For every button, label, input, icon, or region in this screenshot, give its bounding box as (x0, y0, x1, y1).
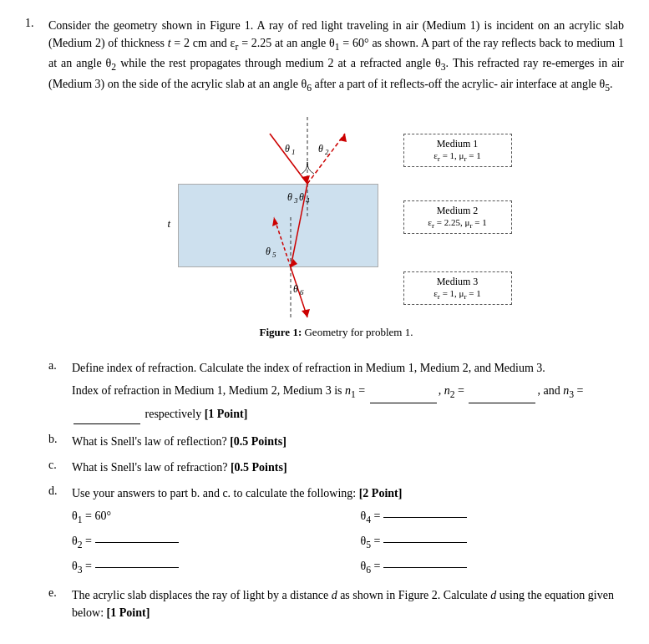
theta4-blank (383, 517, 467, 518)
n2-blank (469, 403, 535, 403)
part-d: d. Use your answers to part b. and c. to… (48, 484, 624, 578)
part-a-letter: a. (48, 359, 63, 373)
theta2-blank (95, 542, 179, 543)
problem-content: Consider the geometry shown in Figure 1.… (48, 17, 624, 630)
theta6-blank (383, 567, 467, 568)
part-c-points: [0.5 Points] (231, 461, 287, 474)
part-e-points: [1 Point] (107, 606, 150, 619)
part-b-content: What is Snell's law of reflection? [0.5 … (72, 433, 624, 450)
part-d-text: Use your answers to part b. and c. to ca… (72, 487, 356, 499)
svg-text:6: 6 (300, 288, 304, 297)
svg-text:θ: θ (285, 143, 290, 155)
n1-blank (370, 403, 437, 403)
theta3-blank (95, 567, 179, 568)
svg-line-10 (274, 217, 291, 267)
theta1-label: θ1 = 60° (72, 507, 111, 527)
problem-container: 1. Consider the geometry shown in Figure… (25, 17, 624, 630)
part-c: c. What is Snell's law of refraction? [0… (48, 459, 624, 476)
svg-text:5: 5 (272, 251, 276, 259)
problem-text: Consider the geometry shown in Figure 1.… (48, 17, 624, 95)
svg-text:4: 4 (306, 196, 310, 205)
theta5-label: θ5 = (361, 532, 381, 552)
theta3-row: θ3 = (72, 557, 336, 577)
part-d-points: [2 Point] (359, 487, 403, 499)
theta5-row: θ5 = (361, 532, 625, 552)
theta3-label: θ3 = (72, 557, 92, 577)
svg-text:2: 2 (325, 148, 329, 156)
theta1-row: θ1 = 60° (72, 507, 336, 527)
part-b: b. What is Snell's law of reflection? [0… (48, 433, 624, 450)
figure-svg: θ 1 θ 2 θ 3 θ 4 θ 5 (161, 109, 512, 326)
part-c-letter: c. (48, 459, 63, 472)
theta5-blank (383, 542, 467, 543)
parts: a. Define index of refraction. Calculate… (48, 359, 624, 621)
svg-text:θ: θ (299, 191, 304, 203)
svg-text:1: 1 (292, 148, 296, 156)
part-c-content: What is Snell's law of refraction? [0.5 … (72, 459, 624, 476)
n3-blank (74, 423, 140, 424)
part-a-subline: Index of refraction in Medium 1, Medium … (72, 380, 624, 424)
theta2-label: θ2 = (72, 532, 92, 552)
svg-text:θ: θ (293, 283, 298, 295)
svg-marker-13 (302, 309, 310, 317)
theta4-row: θ4 = (361, 507, 625, 527)
svg-line-6 (307, 134, 345, 184)
part-e-letter: e. (48, 586, 63, 600)
theta-grid: θ1 = 60° θ4 = θ2 = θ5 = (72, 507, 624, 578)
theta6-label: θ6 = (361, 557, 381, 577)
part-d-letter: d. (48, 484, 63, 498)
svg-marker-11 (272, 217, 278, 226)
theta6-row: θ6 = (361, 557, 625, 577)
part-b-text: What is Snell's law of reflection? (72, 435, 227, 448)
part-a-text: Define index of refraction. Calculate th… (72, 362, 545, 374)
part-a-points: [1 Point] (205, 408, 248, 420)
part-e: e. The acrylic slab displaces the ray of… (48, 586, 624, 621)
part-c-text: What is Snell's law of refraction? (72, 461, 227, 474)
part-a-content: Define index of refraction. Calculate th… (72, 359, 624, 424)
figure-caption: Figure 1: Geometry for problem 1. (260, 326, 413, 339)
figure-diagram: t Medium 1 εr = 1, μr = 1 Medium 2 εr = … (161, 109, 512, 326)
svg-text:θ: θ (318, 143, 323, 155)
svg-text:3: 3 (293, 196, 298, 205)
part-a: a. Define index of refraction. Calculate… (48, 359, 624, 424)
problem-number: 1. (25, 17, 40, 630)
part-b-letter: b. (48, 433, 63, 446)
figure-container: t Medium 1 εr = 1, μr = 1 Medium 2 εr = … (48, 109, 624, 354)
theta2-row: θ2 = (72, 532, 336, 552)
svg-text:θ: θ (287, 191, 292, 203)
svg-text:θ: θ (266, 246, 271, 257)
svg-line-4 (270, 134, 307, 184)
theta4-label: θ4 = (361, 507, 381, 527)
part-d-content: Use your answers to part b. and c. to ca… (72, 484, 624, 578)
part-e-content: The acrylic slab displaces the ray of li… (72, 586, 624, 621)
